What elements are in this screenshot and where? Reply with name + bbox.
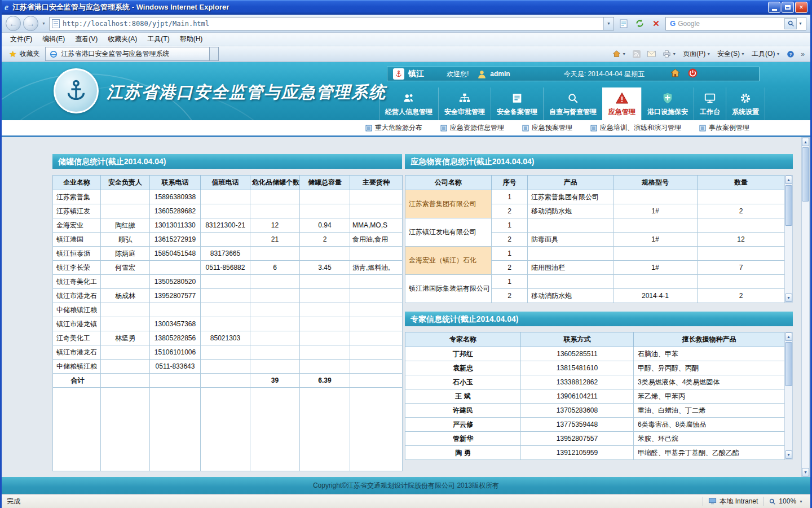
tank-table-row[interactable]: 江奇美化工林坚勇1380528285685021303 (53, 331, 403, 345)
safety-menu-button[interactable]: 安全(S)▼ (714, 47, 748, 61)
mail-button[interactable] (645, 47, 659, 61)
scroll-thumb[interactable] (802, 147, 809, 202)
tank-cell: 江奇美化工 (53, 331, 101, 345)
supplies-table-row[interactable]: 江苏索普集团有限公司1江苏索普集团有限公司 (405, 190, 785, 204)
welcome-text: 欢迎您! (447, 69, 469, 79)
page-menu-button[interactable]: 页面(P)▼ (680, 47, 713, 61)
logout-button[interactable] (687, 68, 698, 80)
experts-table-row[interactable]: 严云修137753594486类毒害品、8类腐蚀品 (405, 418, 785, 432)
scroll-down-icon[interactable]: ▼ (785, 450, 792, 459)
tank-cell: 江苏镇江发 (53, 204, 101, 218)
tank-table-row[interactable]: 镇江恒泰沥陈炳庭1585045154883173665 (53, 247, 403, 261)
experts-table-row[interactable]: 袁新忠13815481610甲醇、异丙醇、丙酮 (405, 361, 785, 375)
search-box[interactable]: G Google ▼ (665, 17, 806, 30)
scroll-down-icon[interactable]: ▼ (802, 468, 809, 476)
back-button[interactable]: ← (6, 16, 21, 31)
tank-cell: 6 (250, 261, 300, 275)
nav-item-safety-approval[interactable]: 安全审批管理 (438, 87, 491, 120)
zoom-dropdown-icon[interactable]: ▼ (799, 500, 803, 503)
experts-table-row[interactable]: 管新华13952807557苯胺、环己烷 (405, 432, 785, 446)
address-input[interactable]: http://localhost:8080/yjpt/Main.html ▼ (49, 17, 614, 30)
tank-cell (101, 317, 150, 331)
new-tab-stub[interactable] (210, 47, 219, 61)
favorites-button[interactable]: ★ 收藏夹 (5, 47, 43, 61)
tank-cell: 镇江李长荣 (53, 261, 101, 275)
print-button[interactable]: ▼ (660, 47, 679, 61)
browser-tab[interactable]: 江苏省港口安全监管与应急管理系统 (45, 47, 210, 61)
scroll-up-icon[interactable]: ▲ (785, 332, 792, 341)
experts-scrollbar[interactable]: ▲ ▼ (784, 332, 793, 459)
supplies-table-row[interactable]: 镇江港国际集装箱有限公司1 (405, 275, 785, 289)
supplies-product-cell: 防毒面具 (528, 233, 614, 247)
search-button[interactable] (784, 18, 797, 29)
experts-table-row[interactable]: 王 斌13906104211苯乙烯、甲苯丙 (405, 389, 785, 404)
tank-table-row[interactable]: 中储粮镇江粮0511-833643 (53, 360, 403, 374)
menu-edit[interactable]: 编辑(E) (37, 33, 70, 46)
experts-table-row[interactable]: 丁邦红13605285511石脑油、甲苯 (405, 347, 785, 361)
scroll-up-icon[interactable]: ▲ (802, 138, 809, 146)
address-url[interactable]: http://localhost:8080/yjpt/Main.html (63, 20, 603, 28)
tank-cell (300, 289, 350, 303)
subnav-item-accident-cases[interactable]: 事故案例管理 (699, 123, 749, 133)
tank-cell (250, 360, 300, 374)
minimize-button[interactable] (768, 2, 780, 13)
nav-item-settings[interactable]: 系统设置 (726, 87, 765, 120)
tank-table-row[interactable]: 镇江李长荣何雪宏0511-85688263.45沥青,燃料油, (53, 261, 403, 275)
search-dropdown-icon[interactable]: ▼ (797, 21, 804, 25)
subnav-item-resource-info[interactable]: 应急资源信息管理 (440, 123, 504, 133)
tank-table-row[interactable]: 镇江市港龙石杨成林13952807577 (53, 289, 403, 303)
scroll-up-icon[interactable]: ▲ (785, 176, 792, 184)
search-input[interactable]: Google (678, 20, 784, 28)
page-scrollbar[interactable]: ▲ ▼ (801, 137, 810, 477)
compatibility-view-button[interactable] (616, 16, 630, 30)
address-bar: ← → ▼ http://localhost:8080/yjpt/Main.ht… (2, 15, 810, 33)
menu-tools[interactable]: 工具(T) (142, 33, 174, 46)
tank-table-row[interactable]: 中储粮镇江粮 (53, 303, 403, 317)
tank-table-row[interactable]: 江苏索普集15896380938 (53, 190, 403, 204)
subnav-item-hazard-sources[interactable]: 重大危险源分布 (365, 123, 422, 133)
nav-item-workbench[interactable]: 工作台 (694, 87, 726, 120)
menu-view[interactable]: 查看(V) (70, 33, 103, 46)
nav-item-port-security[interactable]: 港口设施保安 (641, 87, 694, 120)
stop-button[interactable]: ✕ (649, 16, 663, 30)
menu-file[interactable]: 文件(F) (5, 33, 37, 46)
address-dropdown-icon[interactable]: ▼ (603, 17, 614, 30)
tank-table-row[interactable]: 金海宏业陶红皦1301301133083121300-21120.94MMA,M… (53, 218, 403, 233)
tank-table-row[interactable]: 江苏镇江发13605289682 (53, 204, 403, 218)
close-button[interactable]: × (795, 2, 807, 13)
tank-table-row[interactable]: 镇江港国顾弘13615272919212食用油,食用 (53, 233, 403, 247)
portal-home-button[interactable] (670, 68, 681, 80)
menu-favorites[interactable]: 收藏夹(A) (103, 33, 142, 46)
supplies-table-row[interactable]: 江苏镇江发电有限公司1 (405, 218, 785, 233)
scroll-thumb[interactable] (785, 342, 792, 386)
nav-item-self-inspection[interactable]: 自查与督查管理 (543, 87, 602, 120)
tank-table-row[interactable]: 镇江奇美化工13505280520 (53, 275, 403, 289)
help-button[interactable]: ? (784, 47, 797, 61)
tank-cell: 13615272919 (150, 233, 201, 247)
refresh-button[interactable] (633, 16, 647, 30)
overflow-chevron-icon[interactable]: » (798, 50, 807, 58)
nav-item-emergency[interactable]: 应急管理 (602, 87, 641, 120)
experts-table-row[interactable]: 陶 勇13912105959甲缩醛、甲基异丁基酮、乙酸乙酯 (405, 446, 785, 460)
maximize-button[interactable] (782, 2, 794, 13)
experts-table-row[interactable]: 许建民13705283608重油、白蜡油、丁二烯 (405, 404, 785, 418)
supplies-scrollbar[interactable]: ▲ ▼ (784, 175, 793, 303)
tank-table-row[interactable]: 镇江市港龙石15106101006 (53, 345, 403, 360)
nav-item-safety-record[interactable]: 安全备案管理 (491, 87, 543, 120)
supplies-table-row[interactable]: 金海宏业（镇江）石化1 (405, 247, 785, 261)
scroll-down-icon[interactable]: ▼ (785, 294, 792, 302)
nav-item-operator-info[interactable]: 经营人信息管理 (379, 87, 438, 120)
history-dropdown-icon[interactable]: ▼ (41, 21, 47, 25)
subnav-item-plan-management[interactable]: 应急预案管理 (522, 123, 572, 133)
tank-cell (201, 303, 250, 317)
tools-menu-button[interactable]: 工具(O)▼ (749, 47, 783, 61)
feeds-button[interactable] (630, 47, 643, 61)
menu-help[interactable]: 帮助(H) (175, 33, 208, 46)
zoom-control[interactable]: 100% ▼ (769, 497, 805, 505)
subnav-item-training-drills[interactable]: 应急培训、演练和演习管理 (590, 123, 681, 133)
tank-table-row[interactable]: 镇江市港龙镇13003457368 (53, 317, 403, 331)
home-button[interactable]: ▼ (610, 47, 629, 61)
forward-button[interactable]: → (23, 16, 38, 31)
experts-table-row[interactable]: 石小玉133388128623类易燃液体、4类易燃固体 (405, 375, 785, 389)
scroll-thumb[interactable] (785, 185, 792, 226)
